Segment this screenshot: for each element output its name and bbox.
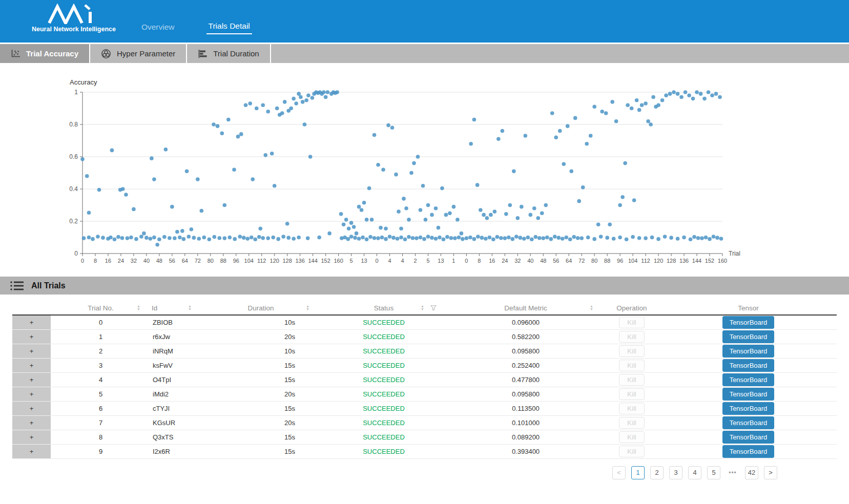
tensorboard-button[interactable]: TensorBoard (722, 388, 775, 401)
tensorboard-button[interactable]: TensorBoard (722, 330, 775, 343)
scatter-point (238, 235, 242, 239)
expand-button[interactable]: + (12, 315, 51, 330)
tab-hyper-parameter[interactable]: Hyper Parameter (90, 44, 186, 63)
tensorboard-button[interactable]: TensorBoard (722, 316, 775, 329)
x-tick-label: 96 (233, 258, 239, 264)
scatter-point (702, 97, 707, 101)
sort-icon[interactable]: ▲▼ (188, 305, 192, 311)
scatter-point (640, 103, 644, 107)
page-button-42[interactable]: 42 (745, 466, 758, 479)
scatter-point (263, 153, 267, 157)
scatter-point (306, 94, 310, 98)
sort-icon[interactable]: ▲▼ (421, 305, 424, 311)
page-button-1[interactable]: 1 (631, 466, 645, 479)
col-header-default-metric[interactable]: Default Metric ▲▼ (448, 301, 604, 315)
kill-button[interactable]: Kill (619, 374, 644, 386)
scatter-point (455, 218, 460, 222)
scatter-point (572, 235, 576, 239)
scatter-point (708, 237, 712, 241)
kill-button[interactable]: Kill (619, 446, 644, 457)
page-button-2[interactable]: 2 (650, 466, 664, 479)
nni-logo (45, 4, 102, 24)
tensorboard-button[interactable]: TensorBoard (722, 431, 775, 444)
expand-button[interactable]: + (12, 330, 51, 344)
sort-icon[interactable]: ▲▼ (306, 305, 309, 311)
col-header-id[interactable]: Id ▲▼ (151, 301, 202, 315)
scatter-point (173, 236, 177, 240)
expand-button[interactable]: + (12, 416, 51, 430)
page-button-4[interactable]: 4 (688, 466, 701, 479)
kill-button[interactable]: Kill (619, 388, 644, 400)
kill-button[interactable]: Kill (619, 403, 644, 414)
scatter-point (121, 187, 125, 191)
status-cell: SUCCEEDED (320, 445, 448, 459)
tab-trial-accuracy[interactable]: Trial Accuracy (0, 44, 89, 63)
col-header-status[interactable]: Status ▲▼ (320, 301, 448, 315)
expand-button[interactable]: + (12, 387, 51, 402)
x-tick-label: 112 (641, 258, 650, 264)
tensor-cell: TensorBoard (660, 402, 837, 416)
scatter-point (310, 96, 315, 100)
default-metric-cell: 0.477800 (448, 373, 604, 387)
expand-button[interactable]: + (12, 430, 51, 445)
scatter-point (631, 235, 635, 239)
col-header-duration[interactable]: Duration ▲▼ (202, 301, 320, 315)
scatter-point (180, 229, 184, 233)
scatter-point (134, 237, 138, 241)
page-button-3[interactable]: 3 (669, 466, 682, 479)
tensor-cell: TensorBoard (660, 344, 837, 359)
scatter-point (511, 237, 515, 241)
scatter-point (419, 208, 423, 212)
scatter-point (718, 95, 722, 99)
all-trials-title: All Trials (31, 281, 66, 290)
scatter-point (586, 236, 590, 240)
scatter-point (707, 90, 711, 94)
expand-button[interactable]: + (12, 359, 51, 373)
scatter-point (530, 237, 534, 241)
expand-button[interactable]: + (12, 402, 51, 416)
nav-tab-trials-detail[interactable]: Trials Detail (206, 22, 252, 34)
sort-icon[interactable]: ▲▼ (137, 305, 140, 311)
expand-button[interactable]: + (12, 373, 51, 387)
duration-cell: 20s (202, 387, 320, 402)
tab-trial-duration[interactable]: Trial Duration (187, 44, 270, 63)
scatter-point (250, 236, 254, 240)
expand-button[interactable]: + (12, 344, 51, 359)
filter-icon[interactable] (430, 305, 437, 311)
tensorboard-button[interactable]: TensorBoard (722, 373, 775, 386)
expand-button[interactable]: + (12, 445, 51, 459)
scatter-point (109, 236, 113, 240)
scatter-point (514, 235, 519, 239)
tensorboard-button[interactable]: TensorBoard (722, 359, 775, 372)
tensorboard-button[interactable]: TensorBoard (722, 402, 775, 415)
scatter-point (271, 236, 275, 240)
nav-tab-overview[interactable]: Overview (139, 23, 177, 34)
scatter-point (82, 236, 86, 240)
default-metric-cell: 0.096000 (448, 315, 604, 330)
tensorboard-button[interactable]: TensorBoard (722, 416, 775, 429)
kill-button[interactable]: Kill (619, 360, 644, 371)
kill-button[interactable]: Kill (619, 317, 644, 328)
kill-button[interactable]: Kill (619, 417, 644, 429)
kill-button[interactable]: Kill (619, 345, 644, 357)
prev-page-button[interactable]: < (612, 466, 626, 479)
x-tick-label: 4 (388, 258, 391, 264)
scatter-point (651, 95, 655, 99)
next-page-button[interactable]: > (764, 466, 777, 479)
kill-button[interactable]: Kill (619, 331, 644, 343)
scatter-point (472, 237, 477, 241)
scatter-point (608, 223, 612, 227)
page-button-5[interactable]: 5 (707, 466, 720, 479)
scatter-point (712, 235, 716, 239)
tensorboard-button[interactable]: TensorBoard (722, 345, 775, 358)
tensorboard-button[interactable]: TensorBoard (722, 445, 775, 458)
sort-icon[interactable]: ▲▼ (590, 305, 593, 311)
col-header-trial-no[interactable]: Trial No. ▲▼ (51, 301, 151, 315)
kill-button[interactable]: Kill (619, 431, 644, 443)
x-tick-label: 88 (220, 258, 226, 264)
scatter-point (537, 236, 542, 240)
scatter-point (292, 237, 296, 241)
duration-cell: 15s (202, 445, 320, 459)
scatter-point (407, 235, 411, 239)
scatter-point (529, 213, 533, 217)
